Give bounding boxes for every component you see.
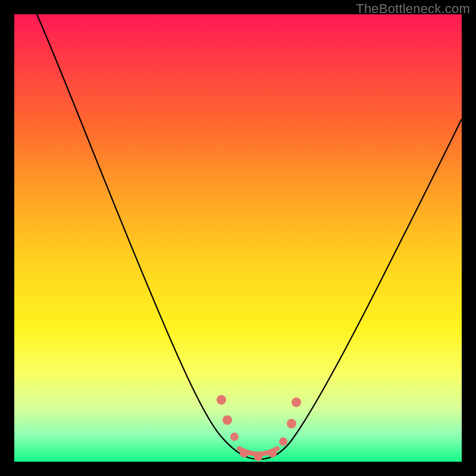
marker-dot — [292, 397, 301, 407]
marker-dot — [254, 453, 262, 461]
marker-cluster — [217, 395, 301, 461]
marker-dot — [217, 395, 226, 405]
marker-dot — [230, 433, 239, 441]
marker-dot — [240, 449, 248, 458]
watermark-text: TheBottleneck.com — [356, 1, 470, 17]
chart-frame: TheBottleneck.com — [0, 0, 476, 476]
marker-dot — [287, 419, 296, 428]
marker-dot — [268, 449, 277, 458]
marker-dot — [223, 415, 232, 425]
marker-dot — [279, 437, 287, 446]
plot-area — [14, 14, 462, 462]
bottleneck-curve — [37, 14, 462, 459]
curve-svg — [14, 14, 462, 462]
